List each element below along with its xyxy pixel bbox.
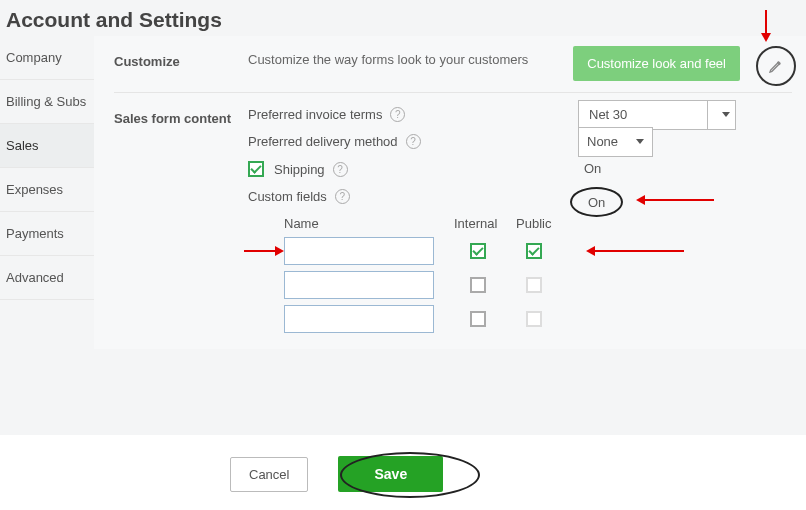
annotation-arrowhead-icon [586, 246, 595, 256]
help-icon[interactable]: ? [333, 162, 348, 177]
cf-internal-checkbox-2[interactable] [470, 277, 486, 293]
chevron-down-icon [636, 139, 644, 144]
sidebar-item-expenses[interactable]: Expenses [0, 168, 94, 212]
cf-header-internal: Internal [454, 216, 516, 231]
help-icon[interactable]: ? [390, 107, 405, 122]
shipping-checkbox[interactable] [248, 161, 264, 177]
cancel-button[interactable]: Cancel [230, 457, 308, 492]
annotation-arrow-icon [765, 10, 767, 34]
invoice-terms-select[interactable]: Net 30 [578, 100, 736, 130]
annotation-arrowhead-icon [636, 195, 645, 205]
content-area: Customize Customize the way forms look t… [94, 36, 806, 349]
sidebar-item-company[interactable]: Company [0, 36, 94, 80]
invoice-terms-label: Preferred invoice terms [248, 107, 382, 122]
section-label-salesform: Sales form content [114, 107, 248, 126]
customize-look-button[interactable]: Customize look and feel [573, 46, 740, 81]
page-title: Account and Settings [0, 0, 806, 36]
chevron-down-icon [722, 112, 730, 117]
cf-header-public: Public [516, 216, 566, 231]
sidebar: Company Billing & Subs Sales Expenses Pa… [0, 36, 94, 349]
delivery-method-label: Preferred delivery method [248, 134, 398, 149]
cf-name-input-3[interactable] [284, 305, 434, 333]
section-label-customize: Customize [114, 50, 248, 69]
pencil-icon [768, 58, 784, 74]
cf-internal-checkbox-1[interactable] [470, 243, 486, 259]
sidebar-item-advanced[interactable]: Advanced [0, 256, 94, 300]
shipping-status: On [584, 161, 601, 176]
custom-fields-label: Custom fields [248, 189, 327, 204]
cf-internal-checkbox-3[interactable] [470, 311, 486, 327]
footer: Cancel Save [0, 435, 806, 510]
edit-section-button[interactable] [756, 46, 796, 86]
help-icon[interactable]: ? [406, 134, 421, 149]
annotation-arrow-icon [594, 250, 684, 252]
annotation-arrow-icon [644, 199, 714, 201]
cf-public-checkbox-3[interactable] [526, 311, 542, 327]
delivery-method-select[interactable]: None [578, 127, 653, 157]
annotation-circle-icon: On [570, 187, 623, 217]
shipping-label: Shipping [274, 162, 325, 177]
sidebar-item-billing[interactable]: Billing & Subs [0, 80, 94, 124]
customize-description: Customize the way forms look to your cus… [248, 52, 528, 67]
annotation-circle-icon [340, 452, 480, 498]
cf-name-input-2[interactable] [284, 271, 434, 299]
cf-public-checkbox-2[interactable] [526, 277, 542, 293]
annotation-arrow-icon [244, 250, 276, 252]
sidebar-item-sales[interactable]: Sales [0, 124, 94, 168]
custom-fields-status: On [588, 195, 605, 210]
cf-name-input-1[interactable] [284, 237, 434, 265]
help-icon[interactable]: ? [335, 189, 350, 204]
cf-header-name: Name [284, 216, 454, 231]
sidebar-item-payments[interactable]: Payments [0, 212, 94, 256]
annotation-arrowhead-icon [275, 246, 284, 256]
cf-public-checkbox-1[interactable] [526, 243, 542, 259]
annotation-arrowhead-icon [761, 33, 771, 42]
